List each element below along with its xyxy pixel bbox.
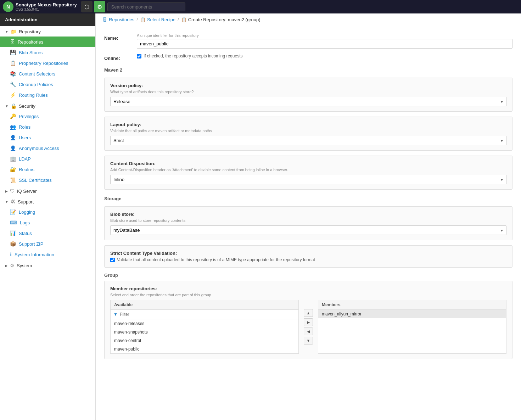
name-row: Name: A unique identifier for this repos… bbox=[104, 33, 512, 49]
realms-icon: 🔐 bbox=[10, 167, 16, 172]
list-item[interactable]: maven-snapshots bbox=[111, 328, 298, 336]
sidebar-item-status[interactable]: 📊 Status bbox=[0, 228, 95, 239]
sidebar-group-support-items: 📝 Logging ⌨ Logs 📊 Status 📦 Support ZIP … bbox=[0, 207, 95, 260]
strict-validation-label: Strict Content Type Validation: bbox=[110, 251, 506, 256]
sidebar-item-logging[interactable]: 📝 Logging bbox=[0, 207, 95, 217]
logs-icon: ⌨ bbox=[10, 220, 17, 225]
sidebar-group-security[interactable]: ▼ 🔒 Security bbox=[0, 100, 95, 111]
list-item[interactable]: maven-public bbox=[111, 345, 298, 353]
version-policy-select[interactable]: Release Snapshot Mixed bbox=[110, 97, 506, 106]
sidebar-item-proprietary-repos[interactable]: 📋 Proprietary Repositories bbox=[0, 58, 95, 68]
online-field: If checked, the repository accepts incom… bbox=[137, 54, 512, 58]
sidebar-item-system-information-label: System Information bbox=[15, 252, 54, 257]
sidebar-item-anonymous-access[interactable]: 👤 Anonymous Access bbox=[0, 143, 95, 153]
members-repos-list: maven_aliyun_mirror bbox=[318, 310, 506, 318]
topbar-icons: ⬡ ⚙ bbox=[81, 1, 105, 12]
content-area: 🗄 Repositories / 📋 Select Recipe / 📋 Cre… bbox=[96, 13, 521, 420]
layout-policy-label: Layout policy: bbox=[110, 122, 506, 127]
sidebar-item-anonymous-access-label: Anonymous Access bbox=[19, 146, 59, 151]
sidebar-item-logging-label: Logging bbox=[19, 209, 35, 215]
filter-row: ▼ bbox=[111, 310, 298, 319]
transfer-buttons: ▲ ▶ ◀ ▼ bbox=[302, 300, 314, 354]
sidebar-item-repositories[interactable]: 🗄 Repositories bbox=[0, 37, 95, 47]
sidebar-item-blob-stores[interactable]: 💾 Blob Stores bbox=[0, 47, 95, 58]
layout-policy-select[interactable]: Strict Permissive bbox=[110, 136, 506, 145]
member-repos-container: Available ▼ maven-releases maven-snapsho… bbox=[110, 300, 506, 354]
sidebar-item-ldap[interactable]: 🏢 LDAP bbox=[0, 153, 95, 164]
sidebar-group-support[interactable]: ▼ 🛠 Support bbox=[0, 196, 95, 207]
sidebar-item-cleanup-policies-label: Cleanup Policies bbox=[19, 82, 53, 87]
name-label: Name: bbox=[104, 33, 133, 41]
search-input[interactable] bbox=[107, 2, 185, 11]
ldap-icon: 🏢 bbox=[10, 156, 16, 162]
move-down-button[interactable]: ▼ bbox=[304, 337, 313, 345]
ssl-icon: 📜 bbox=[10, 177, 16, 183]
sidebar-item-logs[interactable]: ⌨ Logs bbox=[0, 217, 95, 228]
strict-validation-checkbox-row: Validate that all content uploaded to th… bbox=[110, 257, 506, 262]
sidebar-item-roles[interactable]: 👥 Roles bbox=[0, 122, 95, 132]
sidebar-item-users-label: Users bbox=[19, 135, 31, 140]
members-panel: Members maven_aliyun_mirror bbox=[318, 300, 506, 354]
sidebar-item-ssl-certificates[interactable]: 📜 SSL Certificates bbox=[0, 175, 95, 185]
sidebar-group-repository[interactable]: ▼ 📁 Repository bbox=[0, 26, 95, 37]
system-info-icon: ℹ bbox=[10, 252, 12, 257]
cube-icon-button[interactable]: ⬡ bbox=[81, 1, 93, 12]
logging-icon: 📝 bbox=[10, 209, 16, 215]
users-icon: 👤 bbox=[10, 135, 16, 140]
content-disposition-select[interactable]: Inline Attachment bbox=[110, 175, 506, 184]
support-zip-icon: 📦 bbox=[10, 241, 16, 247]
arrow-down-icon-security: ▼ bbox=[5, 104, 9, 108]
version-policy-label: Version policy: bbox=[110, 83, 506, 88]
sidebar-item-users[interactable]: 👤 Users bbox=[0, 132, 95, 143]
version-policy-hint: What type of artifacts does this reposit… bbox=[110, 90, 506, 94]
breadcrumb-sep-2: / bbox=[178, 17, 179, 22]
sidebar-item-privileges[interactable]: 🔑 Privileges bbox=[0, 111, 95, 122]
blob-store-hint: Blob store used to store repository cont… bbox=[110, 218, 506, 223]
sidebar-item-logs-label: Logs bbox=[20, 220, 30, 225]
content-disposition-hint: Add Content-Disposition header as 'Attac… bbox=[110, 168, 506, 172]
breadcrumb-repositories[interactable]: 🗄 Repositories bbox=[103, 17, 134, 22]
list-item[interactable]: maven-central bbox=[111, 336, 298, 345]
topbar: N Sonatype Nexus Repository OSS 3.55.0-0… bbox=[0, 0, 521, 13]
sidebar-item-system-information[interactable]: ℹ System Information bbox=[0, 249, 95, 260]
breadcrumb-select-recipe[interactable]: 📋 Select Recipe bbox=[140, 17, 175, 22]
online-checkbox[interactable] bbox=[137, 54, 141, 58]
sidebar-item-blob-stores-label: Blob Stores bbox=[19, 50, 43, 55]
breadcrumb-create-repo-label: Create Repository: maven2 (group) bbox=[188, 17, 260, 22]
sidebar-group-system[interactable]: ▶ ⚙ System bbox=[0, 260, 95, 270]
group-section-header: Group bbox=[104, 273, 512, 278]
strict-validation-checkbox[interactable] bbox=[110, 258, 115, 262]
anonymous-icon: 👤 bbox=[10, 145, 16, 151]
repo-breadcrumb-icon: 🗄 bbox=[103, 17, 107, 22]
arrow-down-icon: ▼ bbox=[5, 30, 9, 34]
support-icon: 🛠 bbox=[11, 199, 16, 205]
sidebar-item-routing-rules[interactable]: ⚡ Routing Rules bbox=[0, 90, 95, 100]
online-checkbox-row: If checked, the repository accepts incom… bbox=[137, 54, 512, 58]
blob-store-select[interactable]: myDataBase bbox=[110, 225, 506, 235]
strict-validation-hint: Validate that all content uploaded to th… bbox=[117, 257, 315, 262]
move-right-button[interactable]: ▶ bbox=[304, 318, 313, 326]
sidebar-item-content-selectors[interactable]: 📚 Content Selectors bbox=[0, 68, 95, 79]
strict-validation-subsection: Strict Content Type Validation: Validate… bbox=[104, 245, 512, 268]
recipe-breadcrumb-icon: 📋 bbox=[140, 17, 146, 22]
move-left-button[interactable]: ◀ bbox=[304, 327, 313, 335]
list-item[interactable]: maven_aliyun_mirror bbox=[318, 310, 506, 318]
iq-icon: 🛡 bbox=[10, 188, 15, 194]
name-input[interactable] bbox=[137, 39, 512, 49]
move-up-button[interactable]: ▲ bbox=[304, 309, 313, 317]
sidebar-item-privileges-label: Privileges bbox=[19, 114, 39, 119]
sidebar-item-realms[interactable]: 🔐 Realms bbox=[0, 164, 95, 175]
gear-icon-button[interactable]: ⚙ bbox=[94, 1, 105, 12]
group-support-label: Support bbox=[18, 199, 34, 205]
sidebar-item-support-zip[interactable]: 📦 Support ZIP bbox=[0, 239, 95, 249]
group-repository-label: Repository bbox=[19, 29, 41, 34]
list-item[interactable]: maven-releases bbox=[111, 319, 298, 328]
version-policy-select-wrapper: Release Snapshot Mixed bbox=[110, 97, 506, 106]
form-area: Name: A unique identifier for this repos… bbox=[96, 26, 521, 420]
sidebar-item-cleanup-policies[interactable]: 🔧 Cleanup Policies bbox=[0, 79, 95, 90]
sidebar-group-iq-server[interactable]: ▶ 🛡 IQ Server bbox=[0, 185, 95, 196]
filter-input[interactable] bbox=[120, 312, 296, 317]
blob-store-subsection: Blob store: Blob store used to store rep… bbox=[104, 206, 512, 240]
online-hint: If checked, the repository accepts incom… bbox=[144, 54, 242, 58]
member-repos-label: Member repositories: bbox=[110, 286, 506, 291]
